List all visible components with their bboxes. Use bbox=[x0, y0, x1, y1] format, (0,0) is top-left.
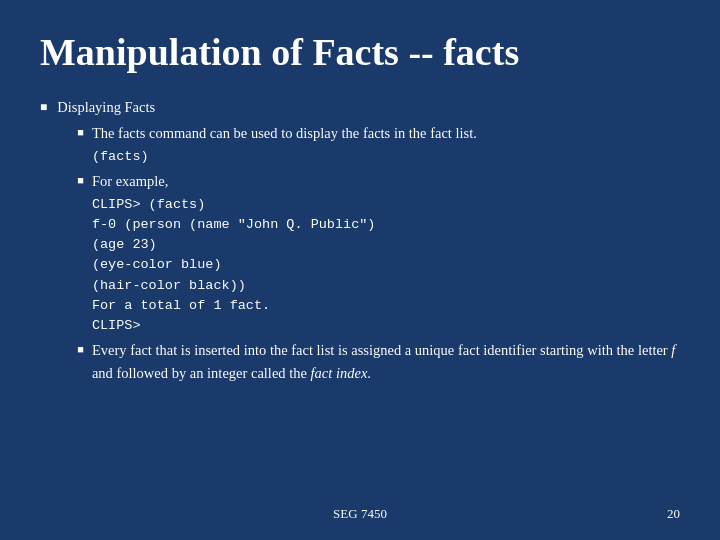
sub-bullet2-marker: ■ bbox=[77, 172, 84, 189]
sub-bullet2-text: For example, CLIPS> (facts) f-0 (person … bbox=[92, 170, 680, 336]
slide: Manipulation of Facts -- facts ■ Display… bbox=[0, 0, 720, 540]
sub2-intro: For example, bbox=[92, 173, 169, 189]
code-line-6: For a total of 1 fact. bbox=[92, 296, 680, 316]
code-line-1: CLIPS> (facts) bbox=[92, 195, 680, 215]
sub-bullet-1: ■ The facts command can be used to displ… bbox=[77, 122, 680, 167]
bullet1-marker: ■ bbox=[40, 98, 47, 117]
sub-bullet-2: ■ For example, CLIPS> (facts) f-0 (perso… bbox=[77, 170, 680, 336]
code-line-4: (eye-color blue) bbox=[92, 255, 680, 275]
bullet-displaying-facts: ■ Displaying Facts ■ The facts command c… bbox=[40, 96, 680, 387]
code-line-5: (hair-color black)) bbox=[92, 276, 680, 296]
sub1-code: (facts) bbox=[92, 147, 680, 167]
slide-title: Manipulation of Facts -- facts bbox=[40, 30, 680, 74]
sub1-sentence: The facts command can be used to display… bbox=[92, 125, 477, 141]
sub-bullet1-marker: ■ bbox=[77, 124, 84, 141]
code-line-3: (age 23) bbox=[92, 235, 680, 255]
footer-page: 20 bbox=[667, 506, 680, 522]
footer-course: SEG 7450 bbox=[0, 506, 720, 522]
sub3-italic-f: f bbox=[671, 342, 675, 358]
content-area: ■ Displaying Facts ■ The facts command c… bbox=[40, 96, 680, 387]
sub-bullet3-marker: ■ bbox=[77, 341, 84, 358]
sub3-italic-factindex: fact index bbox=[311, 365, 368, 381]
bullet1-text: Displaying Facts ■ The facts command can… bbox=[57, 96, 680, 387]
sub-bullet1-text: The facts command can be used to display… bbox=[92, 122, 680, 167]
code-line-7: CLIPS> bbox=[92, 316, 680, 336]
sub3-text: Every fact that is inserted into the fac… bbox=[92, 342, 675, 380]
code-line-2: f-0 (person (name "John Q. Public") bbox=[92, 215, 680, 235]
sub-bullet-3: ■ Every fact that is inserted into the f… bbox=[77, 339, 680, 384]
sub-bullets-container: ■ The facts command can be used to displ… bbox=[77, 122, 680, 384]
displaying-facts-label: Displaying Facts bbox=[57, 99, 155, 115]
sub-bullet3-text: Every fact that is inserted into the fac… bbox=[92, 339, 680, 384]
sub2-code: CLIPS> (facts) f-0 (person (name "John Q… bbox=[92, 195, 680, 337]
